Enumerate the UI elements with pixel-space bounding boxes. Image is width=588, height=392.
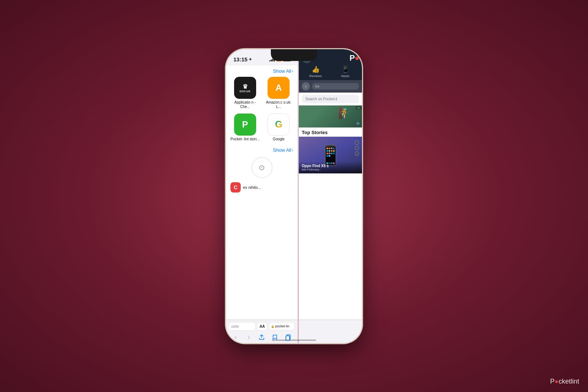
reviews-nav-item[interactable]: 👍 Reviews: [302, 65, 329, 78]
left-url-display[interactable]: osite: [228, 322, 256, 331]
watermark-dot: ●: [555, 378, 559, 385]
camera-module: [355, 140, 359, 156]
pocketlint-panel: 🌙 P● 👍 Reviews 📱 News: [299, 49, 362, 343]
story-overlay: Oppo Find X5 s late February...: [299, 162, 362, 173]
show-all-row-2: Show All ›: [226, 146, 298, 154]
compass-icon: ⊙: [252, 157, 272, 178]
app-item-amazon[interactable]: A Amazon.c o.uk: L...: [264, 77, 294, 109]
news-label: News: [341, 74, 349, 78]
notch: [271, 49, 317, 61]
pocketlint-watermark: P●cketlint: [550, 378, 579, 385]
top-stories-heading: Top Stories: [299, 127, 362, 137]
pocketlint-app-icon: P: [234, 114, 256, 136]
url-bar-right[interactable]: Ge: [312, 83, 359, 90]
share-icon: [258, 334, 265, 341]
reviews-icon: 👍: [312, 65, 320, 73]
tabs-button[interactable]: [282, 331, 294, 343]
pocketlint-content: Top Stories 📱 Oppo Find X5 s late Februa…: [299, 127, 362, 343]
right-url-display[interactable]: 🔒 pocket-lin: [269, 322, 295, 330]
chevron-right-icon: ›: [292, 69, 293, 73]
search-bar-section: [299, 93, 362, 105]
status-time: 13:15 ✈: [233, 56, 252, 62]
forward-nav-button[interactable]: ›: [243, 331, 255, 343]
safari-new-tab-panel: 13:15 ✈ 📶: [226, 49, 298, 343]
google-app-icon: G: [268, 114, 290, 136]
safari-toolbar-right: ‹ Ge: [299, 80, 362, 93]
screen: 13:15 ✈ 📶: [226, 49, 362, 343]
story-subtitle: late February...: [302, 168, 359, 171]
google-app-name: Google: [273, 137, 284, 141]
story-title: Oppo Find X5 s: [302, 164, 359, 168]
ad-banner: 🧗 Ad: [299, 105, 362, 127]
chevron-right-icon-2: ›: [292, 148, 293, 152]
news-nav-item[interactable]: 📱 News: [331, 65, 359, 78]
ex-nihilo-icon: C: [230, 182, 241, 193]
amazon-app-name: Amazon.c o.uk: L...: [264, 100, 294, 109]
show-all-row-1: Show All ›: [226, 65, 298, 75]
ex-nihilo-row[interactable]: C ex nihilo...: [226, 181, 298, 194]
back-button[interactable]: ‹: [302, 82, 310, 90]
aa-button[interactable]: AA: [257, 322, 267, 331]
location-arrow-icon: ✈: [249, 57, 252, 61]
app-grid: ♛ GOV.UK Applicatio n - Che... A Amazon.…: [226, 75, 298, 146]
pocketlint-app-name: Pocket- lint stori...: [230, 137, 259, 141]
ad-image: 🧗 Ad: [299, 105, 362, 127]
govuk-app-icon: ♛ GOV.UK: [234, 77, 256, 99]
compass-section: ⊙: [226, 154, 298, 181]
pocketlint-nav: 👍 Reviews 📱 News: [302, 65, 359, 78]
navigation-icons-row: ‹ ›: [227, 331, 296, 343]
show-all-button-1[interactable]: Show All ›: [273, 68, 293, 74]
url-bars-row: osite AA 🔒 pocket-lin: [227, 322, 296, 331]
crown-icon: ♛: [243, 83, 248, 90]
phone-device: 13:15 ✈ 📶: [226, 49, 362, 343]
govuk-app-name: Applicatio n - Che...: [230, 100, 260, 109]
search-input[interactable]: [302, 95, 359, 103]
ad-label: Ad: [356, 106, 361, 109]
pocketlint-logo: P●: [349, 53, 359, 63]
app-item-google[interactable]: G Google: [264, 114, 294, 141]
bookmarks-button[interactable]: [269, 331, 281, 343]
ex-nihilo-label: ex nihilo...: [243, 185, 261, 190]
amazon-app-icon: A: [268, 77, 290, 99]
app-item-govuk[interactable]: ♛ GOV.UK Applicatio n - Che...: [230, 77, 260, 109]
reviews-label: Reviews: [309, 74, 322, 78]
logo-dot: ●: [355, 53, 359, 62]
show-all-button-2[interactable]: Show All ›: [273, 147, 293, 153]
home-indicator[interactable]: [272, 339, 316, 341]
back-nav-button[interactable]: ‹: [230, 331, 241, 343]
google-logo-small-icon: [355, 121, 361, 126]
app-item-pocketlint[interactable]: P Pocket- lint stori...: [230, 114, 260, 141]
safari-content: Show All › ♛ GOV.UK Applicatio n - Che..…: [226, 65, 298, 343]
share-button[interactable]: [256, 331, 268, 343]
hiker-image: 🧗: [338, 107, 351, 119]
lock-icon: 🔒: [271, 325, 275, 328]
top-story-image[interactable]: 📱 Oppo Find X5 s late February...: [299, 137, 362, 173]
news-icon: 📱: [341, 65, 349, 73]
